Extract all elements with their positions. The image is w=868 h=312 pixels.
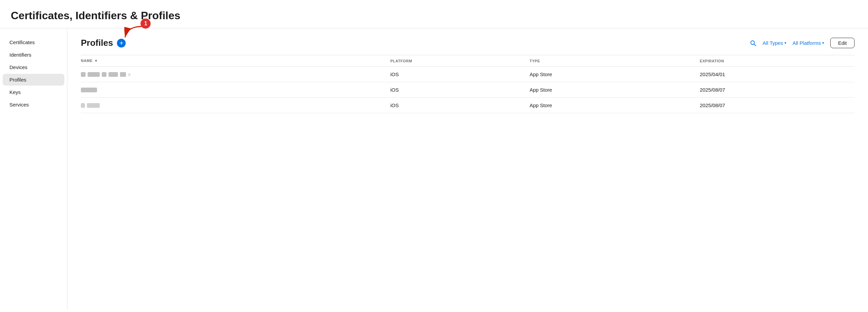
sidebar-item-certificates[interactable]: Certificates: [3, 36, 64, 48]
col-platform-header: PLATFORM: [390, 55, 529, 67]
name-blurred-1e: [120, 72, 126, 77]
annotation-container: + 1: [117, 39, 126, 48]
expiration-cell-3: 2025/08/07: [700, 98, 855, 113]
content-header-left: Profiles +: [81, 38, 126, 48]
name-suffix-1: ≥: [128, 72, 130, 77]
type-cell-2: App Store: [530, 82, 700, 98]
platform-cell-2: iOS: [390, 82, 529, 98]
platform-cell-1: iOS: [390, 67, 529, 82]
search-button[interactable]: [750, 40, 756, 46]
all-platforms-dropdown[interactable]: All Platforms ▾: [793, 40, 824, 46]
sidebar: Certificates Identifiers Devices Profile…: [0, 28, 67, 310]
layout: Certificates Identifiers Devices Profile…: [0, 28, 868, 310]
table-header: NAME ▾ PLATFORM TYPE EXPIRATION: [81, 55, 855, 67]
svg-line-2: [754, 44, 756, 46]
name-blurred-3a: [81, 103, 85, 108]
type-cell-3: App Store: [530, 98, 700, 113]
search-icon: [750, 40, 756, 46]
name-blurred-1d: [108, 72, 118, 77]
col-name-header: NAME ▾: [81, 55, 390, 67]
sidebar-item-devices[interactable]: Devices: [3, 61, 64, 73]
sidebar-item-identifiers[interactable]: Identifiers: [3, 49, 64, 61]
name-blurred-3b: [87, 103, 100, 108]
name-cell-2: [81, 82, 390, 98]
sidebar-item-services[interactable]: Services: [3, 99, 64, 111]
expiration-cell-1: 2025/04/01: [700, 67, 855, 82]
all-types-dropdown[interactable]: All Types ▾: [763, 40, 786, 46]
sidebar-item-keys[interactable]: Keys: [3, 86, 64, 98]
page-header: Certificates, Identifiers & Profiles: [0, 0, 868, 28]
type-cell-1: App Store: [530, 67, 700, 82]
annotation-badge: 1: [141, 19, 151, 29]
name-blurred-1b: [88, 72, 100, 77]
main-content: Profiles +: [67, 28, 868, 310]
name-blurred-1c: [102, 72, 106, 77]
page-title: Certificates, Identifiers & Profiles: [11, 9, 857, 22]
platform-cell-3: iOS: [390, 98, 529, 113]
chevron-down-icon: ▾: [822, 41, 824, 45]
table-header-row: NAME ▾ PLATFORM TYPE EXPIRATION: [81, 55, 855, 67]
col-type-header: TYPE: [530, 55, 700, 67]
chevron-down-icon: ▾: [784, 41, 786, 45]
table-row[interactable]: iOS App Store 2025/08/07: [81, 82, 855, 98]
content-title: Profiles: [81, 38, 113, 48]
table-row[interactable]: ≥ iOS App Store 2025/04/01: [81, 67, 855, 82]
expiration-cell-2: 2025/08/07: [700, 82, 855, 98]
sidebar-item-profiles[interactable]: Profiles: [3, 74, 64, 86]
content-header: Profiles +: [81, 38, 855, 48]
content-header-right: All Types ▾ All Platforms ▾ Edit: [750, 38, 855, 48]
name-cell-3: [81, 98, 390, 113]
all-types-label: All Types: [763, 40, 783, 46]
svg-point-1: [751, 41, 754, 44]
profiles-table: NAME ▾ PLATFORM TYPE EXPIRATION: [81, 55, 855, 113]
table-row[interactable]: iOS App Store 2025/08/07: [81, 98, 855, 113]
name-cell-1: ≥: [81, 67, 390, 82]
sort-icon: ▾: [95, 59, 97, 63]
col-expiration-header: EXPIRATION: [700, 55, 855, 67]
all-platforms-label: All Platforms: [793, 40, 821, 46]
name-blurred-1a: [81, 72, 86, 77]
edit-button[interactable]: Edit: [830, 38, 855, 48]
name-blurred-2a: [81, 88, 97, 92]
table-body: ≥ iOS App Store 2025/04/01 iOS App: [81, 67, 855, 113]
